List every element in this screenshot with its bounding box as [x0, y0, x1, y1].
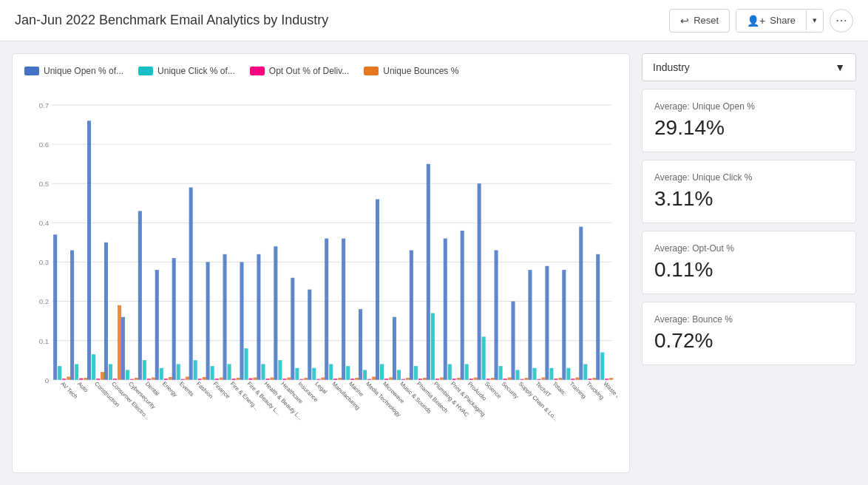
svg-rect-103: [423, 378, 427, 380]
app-header: Jan-Jun 2022 Benchmark Email Analytics b…: [0, 0, 868, 41]
svg-rect-132: [545, 266, 549, 380]
svg-rect-131: [542, 378, 546, 380]
svg-text:Events: Events: [178, 381, 195, 398]
svg-text:0.7: 0.7: [39, 101, 50, 109]
svg-rect-19: [67, 376, 70, 379]
legend-swatch-optout: [250, 67, 265, 75]
svg-rect-79: [321, 378, 325, 380]
svg-rect-95: [389, 378, 393, 380]
svg-text:0: 0: [45, 376, 50, 384]
chart-legend: Unique Open % of... Unique Click % of...…: [24, 66, 617, 76]
svg-rect-115: [474, 378, 478, 380]
svg-rect-35: [135, 378, 138, 380]
share-button-group: 👤+ Share ▾: [736, 9, 824, 33]
share-icon: 👤+: [747, 15, 765, 27]
svg-rect-137: [566, 368, 570, 380]
svg-rect-97: [397, 370, 401, 379]
svg-text:Fashion: Fashion: [195, 381, 214, 400]
svg-rect-67: [270, 378, 274, 380]
metric-label-open: Average: Unique Open %: [654, 101, 844, 112]
svg-rect-76: [308, 290, 311, 380]
svg-rect-28: [104, 243, 108, 380]
chart-area: 00.10.20.30.40.50.60.7AV TechAutoConstru…: [24, 82, 617, 461]
svg-rect-53: [211, 366, 214, 380]
metric-card-open: Average: Unique Open % 29.14%: [642, 89, 856, 152]
svg-rect-63: [254, 378, 257, 380]
svg-text:0.4: 0.4: [39, 219, 50, 227]
svg-rect-88: [359, 309, 362, 380]
svg-rect-111: [457, 378, 461, 380]
svg-rect-23: [84, 378, 87, 380]
metric-card-click: Average: Unique Click % 3.11%: [642, 160, 856, 223]
svg-rect-105: [431, 313, 435, 379]
metric-value-click: 3.11%: [654, 187, 844, 211]
reset-button[interactable]: ↩ Reset: [669, 9, 730, 33]
svg-rect-36: [138, 211, 142, 379]
chevron-down-icon: ▼: [835, 61, 845, 73]
legend-label-optout: Opt Out % of Deliv...: [269, 66, 349, 76]
page-title: Jan-Jun 2022 Benchmark Email Analytics b…: [15, 13, 328, 28]
metric-card-optout: Average: Opt-Out % 0.11%: [642, 231, 856, 294]
metric-value-open: 29.14%: [654, 116, 844, 140]
svg-rect-140: [579, 227, 583, 380]
svg-rect-69: [278, 360, 282, 380]
svg-rect-60: [240, 262, 243, 379]
svg-rect-113: [465, 364, 469, 379]
svg-rect-81: [329, 364, 333, 379]
svg-rect-52: [206, 262, 210, 379]
svg-rect-75: [304, 378, 308, 380]
svg-rect-51: [203, 377, 206, 380]
metric-card-bounce: Average: Bounce % 0.72%: [642, 302, 856, 365]
svg-rect-145: [600, 353, 604, 380]
svg-rect-135: [558, 378, 562, 380]
main-content: Unique Open % of... Unique Click % of...…: [0, 41, 868, 485]
svg-rect-141: [583, 364, 587, 379]
svg-rect-87: [355, 378, 359, 380]
share-dropdown-button[interactable]: ▾: [806, 10, 823, 30]
svg-rect-93: [380, 364, 384, 379]
svg-rect-108: [444, 239, 447, 380]
svg-text:Security: Security: [501, 381, 520, 400]
svg-rect-116: [478, 183, 481, 379]
svg-rect-17: [58, 366, 61, 380]
svg-text:0.5: 0.5: [39, 180, 50, 188]
metric-value-optout: 0.11%: [654, 258, 844, 282]
svg-rect-64: [257, 254, 260, 380]
legend-label-click: Unique Click % of...: [157, 66, 235, 76]
svg-rect-77: [312, 368, 316, 380]
svg-rect-100: [410, 250, 413, 379]
svg-rect-96: [393, 317, 396, 380]
svg-rect-41: [160, 368, 163, 380]
svg-rect-119: [491, 378, 495, 380]
svg-rect-147: [609, 378, 613, 380]
svg-rect-49: [194, 360, 197, 380]
svg-rect-31: [118, 305, 121, 380]
industry-filter-dropdown[interactable]: Industry ▼: [642, 53, 856, 81]
svg-rect-39: [152, 378, 155, 380]
svg-rect-133: [549, 368, 553, 380]
svg-rect-89: [363, 370, 367, 379]
svg-rect-56: [223, 254, 227, 380]
svg-rect-45: [177, 364, 180, 379]
more-options-button[interactable]: ⋯: [830, 9, 853, 33]
svg-rect-99: [406, 378, 410, 380]
more-icon: ⋯: [835, 13, 847, 27]
svg-rect-143: [592, 378, 596, 380]
metric-label-click: Average: Unique Click %: [654, 172, 844, 183]
filter-label: Industry: [653, 61, 690, 73]
legend-label-bounces: Unique Bounces %: [383, 66, 458, 76]
svg-rect-59: [237, 378, 240, 380]
svg-rect-20: [70, 250, 74, 379]
svg-rect-124: [511, 302, 515, 380]
svg-text:Finance: Finance: [212, 381, 231, 400]
share-main-button[interactable]: 👤+ Share: [736, 10, 806, 32]
legend-item-bounces: Unique Bounces %: [364, 66, 458, 76]
svg-rect-112: [461, 231, 464, 380]
svg-rect-85: [346, 366, 350, 380]
svg-text:0.1: 0.1: [39, 337, 50, 345]
svg-text:0.3: 0.3: [39, 258, 50, 266]
svg-text:Training: Training: [568, 381, 587, 400]
svg-rect-25: [92, 354, 95, 380]
svg-rect-65: [261, 364, 265, 379]
svg-rect-144: [596, 254, 600, 380]
